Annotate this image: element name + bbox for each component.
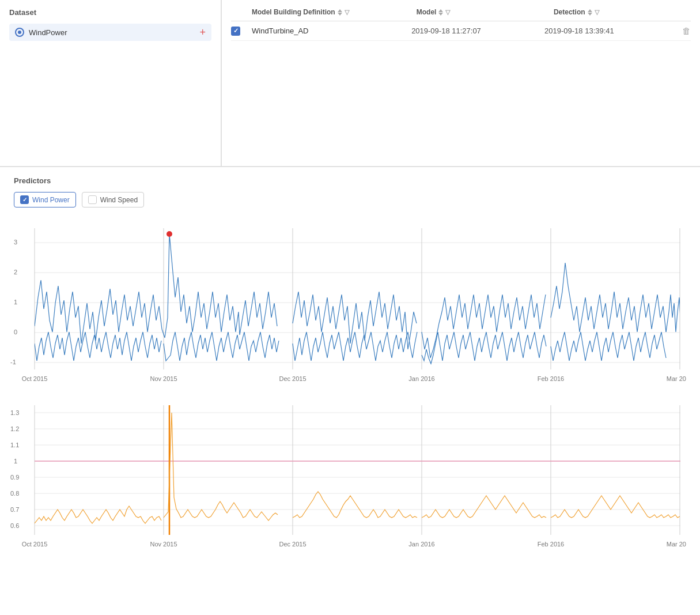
x-label-feb2016-2: Feb 2016 [538, 541, 564, 548]
dataset-panel-title: Dataset [9, 8, 211, 17]
x-label-oct2015-2: Oct 2015 [22, 541, 48, 548]
y-label-0.8: 0.8 [10, 490, 19, 497]
dataset-name: WindPower [29, 28, 195, 37]
add-dataset-button[interactable]: + [199, 27, 206, 37]
x-label-dec2015: Dec 2015 [279, 375, 306, 382]
model-def-sort-icon[interactable] [338, 9, 342, 16]
model-def-filter-icon[interactable]: ▽ [345, 9, 349, 16]
y-label-1.2: 1.2 [10, 425, 19, 432]
x-label-oct2015: Oct 2015 [22, 375, 48, 382]
col-model-header[interactable]: Model ▽ [417, 8, 554, 16]
wind-speed-label: Wind Speed [100, 196, 138, 204]
y-label-0.6: 0.6 [10, 522, 19, 529]
x-label-feb2016: Feb 2016 [538, 375, 564, 382]
detection-sort-icon[interactable] [588, 9, 592, 16]
row-detection: 2019-09-18 13:39:41 [544, 27, 678, 35]
x-label-mar2016: Mar 2016 [667, 375, 686, 382]
model-panel: Model Building Definition ▽ Model ▽ Dete… [222, 0, 700, 166]
x-label-nov2015: Nov 2015 [150, 375, 177, 382]
x-label-jan2016-2: Jan 2016 [408, 541, 434, 548]
model-sort-icon[interactable] [438, 9, 443, 16]
anomaly-dot [167, 231, 172, 237]
detection-filter-icon[interactable]: ▽ [595, 9, 599, 16]
predictor-buttons: Wind Power Wind Speed [0, 192, 700, 207]
table-row[interactable]: WindTurbine_AD 2019-09-18 11:27:07 2019-… [231, 21, 691, 41]
delete-row-button[interactable]: 🗑 [682, 26, 691, 36]
row-model-def: WindTurbine_AD [252, 27, 411, 35]
svg-rect-0 [35, 222, 680, 372]
model-filter-icon[interactable]: ▽ [445, 9, 450, 16]
dataset-item[interactable]: WindPower + [9, 24, 211, 41]
anomaly-chart-wrapper: 1.3 1.2 1.1 1 0.9 0.8 0.7 0.6 [9, 402, 691, 558]
wind-power-checkbox[interactable] [20, 195, 29, 204]
wind-power-label: Wind Power [32, 196, 70, 204]
bottom-panel: Predictors Wind Power Wind Speed 3 2 1 [0, 167, 700, 558]
dataset-panel: Dataset WindPower + [0, 0, 222, 166]
main-chart-wrapper: 3 2 1 0 -1 [9, 217, 691, 395]
col-detection-header[interactable]: Detection ▽ [554, 8, 691, 16]
col-model-def-header[interactable]: Model Building Definition ▽ [252, 8, 417, 16]
model-table-header: Model Building Definition ▽ Model ▽ Dete… [231, 8, 691, 21]
anomaly-chart: 1.3 1.2 1.1 1 0.9 0.8 0.7 0.6 [9, 402, 686, 558]
y-label-neg1: -1 [10, 359, 16, 365]
svg-rect-12 [35, 405, 680, 538]
x-label-dec2015-2: Dec 2015 [279, 541, 306, 548]
y-label-1.0: 1 [14, 458, 17, 465]
y-label-0: 0 [14, 329, 17, 335]
wind-speed-checkbox[interactable] [88, 195, 97, 204]
x-label-mar2016-2: Mar 2016 [667, 541, 686, 548]
x-label-nov2015-2: Nov 2015 [150, 541, 177, 548]
predictor-wind-speed-button[interactable]: Wind Speed [82, 192, 144, 207]
y-label-3: 3 [14, 239, 17, 246]
y-label-2: 2 [14, 269, 17, 276]
y-label-1: 1 [14, 299, 17, 305]
predictor-wind-power-button[interactable]: Wind Power [14, 192, 76, 207]
y-label-1.1: 1.1 [10, 442, 19, 448]
dataset-radio-icon [15, 28, 24, 37]
row-checkbox[interactable] [231, 27, 240, 36]
y-label-0.7: 0.7 [10, 506, 19, 513]
charts-container: 3 2 1 0 -1 [0, 217, 700, 558]
row-model: 2019-09-18 11:27:07 [411, 27, 544, 35]
main-chart: 3 2 1 0 -1 [9, 217, 686, 395]
y-label-1.3: 1.3 [10, 409, 19, 416]
y-label-0.9: 0.9 [10, 474, 19, 481]
x-label-jan2016: Jan 2016 [408, 375, 434, 382]
predictors-title: Predictors [0, 176, 700, 192]
